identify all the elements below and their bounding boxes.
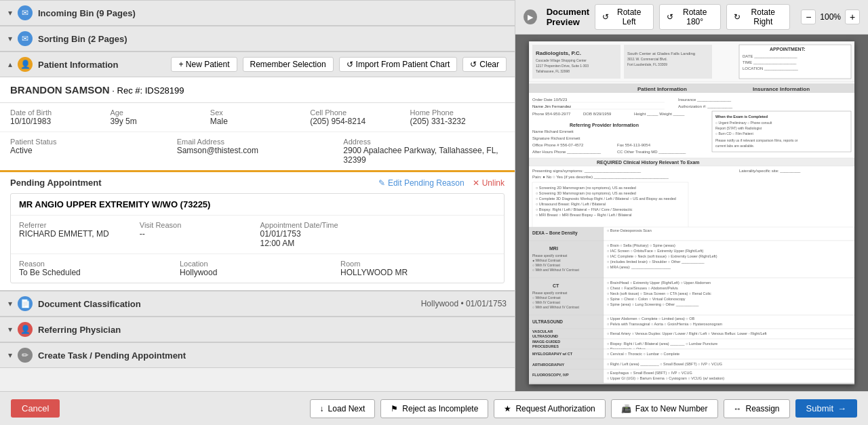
patient-info-actions: + New Patient Remember Selection ↺ Impor… [171,57,507,72]
incoming-bin-icon: ✉ [18,5,33,20]
svg-text:○ Neck (soft tissue) ○ Sinus S: ○ Neck (soft tissue) ○ Sinus Screen ○ CT… [607,291,711,296]
svg-text:○ IAC Complete ○ Neck (soft ti: ○ IAC Complete ○ Neck (soft tissue) ○ Ex… [607,254,717,258]
svg-text:Report (STAT) with Radiologist: Report (STAT) with Radiologist [715,126,762,130]
svg-text:Laterality/specific site: ____: Laterality/specific site: _________ [739,169,801,173]
svg-text:Phone 954-950-2977: Phone 954-950-2977 [532,112,571,116]
svg-text:○ Cervical ○ Thoracic ○ Lumbar: ○ Cervical ○ Thoracic ○ Lumbar ○ Complet… [607,352,679,356]
doc-classification-badge: Hollywood • 01/01/1753 [421,299,507,308]
clear-button[interactable]: ↺ Clear [462,57,507,72]
sorting-bin-chevron: ▾ [8,34,12,43]
svg-text:Patient Information: Patient Information [637,86,687,92]
svg-text:○ Chest ○ Face/Sinuses ○ Abdom: ○ Chest ○ Face/Sinuses ○ Abdomen/Pelvis [607,286,678,290]
sorting-bin-header[interactable]: ▾ ✉ Sorting Bin (2 Pages) [0,26,515,52]
svg-text:○ Brain ○ Sella (Pituitary) ○ : ○ Brain ○ Sella (Pituitary) ○ Spine (are… [607,243,675,247]
svg-text:○ Renal Artery ○ Venous Duplex: ○ Renal Artery ○ Venous Duplex: Upper / … [607,331,767,336]
svg-text:○ With and Without IV Contrast: ○ With and Without IV Contrast [532,305,579,309]
svg-text:CT: CT [553,283,559,288]
fax-to-new-number-button[interactable]: 📠 Fax to New Number [611,399,718,418]
import-from-chart-button[interactable]: ↺ Import From Patient Chart [339,57,458,72]
svg-text:Insurance Information: Insurance Information [753,86,810,92]
svg-text:Name Richard Emmett: Name Richard Emmett [532,129,574,134]
svg-text:Tallahassee, FL 32998: Tallahassee, FL 32998 [536,69,570,73]
svg-text:○ Upper GI (UGI) ○ Barium Enem: ○ Upper GI (UGI) ○ Barium Enema ○ Cystog… [607,376,724,380]
doc-classification-chevron: ▾ [8,299,12,308]
incoming-bin-chevron: ▾ [8,8,12,18]
sorting-bin-title: Sorting Bin (2 Pages) [38,34,507,44]
svg-text:ULTRASOUND: ULTRASOUND [532,334,558,338]
patient-name-row: BRANDON SAMSON · Rec #: IDS28199 [0,77,515,103]
svg-text:○ With IV Contrast: ○ With IV Contrast [532,263,560,267]
svg-text:Referring Provider Information: Referring Provider Information [570,123,639,128]
incoming-bin-title: Incoming Bin (9 Pages) [38,8,507,18]
submit-arrow-icon: → [837,403,846,413]
referring-physician-icon: 👤 [18,322,33,337]
submit-button[interactable]: Submit → [795,399,857,418]
zoom-in-button[interactable]: + [845,9,860,24]
svg-text:Please specify contrast: Please specify contrast [532,291,568,295]
svg-text:Insurance _______________: Insurance _______________ [678,98,732,102]
create-task-icon: ✏ [18,348,33,363]
svg-text:○ With IV Contrast: ○ With IV Contrast [532,300,560,304]
rotate-left-button[interactable]: ↺ Rotate Left [595,4,654,30]
request-authorization-button[interactable]: ★ Request Authorization [494,399,605,418]
reject-icon: ⚑ [391,404,398,413]
rotate-180-icon: ↺ [667,12,673,22]
cancel-button[interactable]: Cancel [11,399,60,418]
zoom-out-button[interactable]: − [801,9,816,24]
referring-physician-header[interactable]: ▾ 👤 Referring Physician [0,317,515,342]
svg-text:Authorization #: ___________: Authorization #: ___________ [678,104,733,108]
patient-email: Email Address Samson@thistest.com [177,138,338,165]
svg-text:FLUOROSCOPY, IVP: FLUOROSCOPY, IVP [532,373,569,377]
svg-text:CC Other Treating MD _________: CC Other Treating MD ____________ [617,150,686,154]
svg-text:Name Jim Fernandez: Name Jim Fernandez [532,104,571,108]
pending-appointment-title: Pending Appointment [10,178,102,188]
svg-text:○ Spine (area) ○ Lung Screenin: ○ Spine (area) ○ Lung Screening ○ Other … [607,302,699,306]
svg-text:IMAGE-GUIDED: IMAGE-GUIDED [532,340,560,344]
appt-visit-reason: Visit Reason -- [140,221,255,248]
patient-info-title: Patient Information [38,60,171,70]
sorting-bin-icon: ✉ [18,31,33,46]
create-task-header[interactable]: ▾ ✏ Create Task / Pending Appointment [0,342,515,368]
svg-text:3011 W. Commercial Blvd.: 3011 W. Commercial Blvd. [627,57,667,61]
new-patient-button[interactable]: + New Patient [171,57,237,72]
doc-classification-header[interactable]: ▾ 📄 Document Classification Hollywood • … [0,291,515,317]
patient-info-chevron: ▴ [8,60,12,69]
appointment-card: MR ANGIO UPPER EXTREMITY W/WO (73225) Re… [10,193,505,283]
svg-text:Fax 554-113-9054: Fax 554-113-9054 [617,143,651,147]
remember-selection-button[interactable]: Remember Selection [243,57,334,72]
patient-dob: Date of Birth 10/10/1983 [10,108,104,126]
import-icon: ↺ [347,60,353,69]
svg-text:Order Date 10/5/23: Order Date 10/5/23 [532,98,568,102]
reassign-button[interactable]: ↔ Reassign [724,399,790,418]
appt-referrer: Referrer RICHARD EMMETT, MD [19,221,134,248]
svg-text:TIME ___________________: TIME ___________________ [743,60,797,64]
pending-appointment-section: Pending Appointment ✎ Edit Pending Reaso… [0,172,515,291]
patient-address: Address 2900 Apalachee Parkway, Tallahas… [343,138,505,165]
svg-text:Fort Lauderdale, FL 33309: Fort Lauderdale, FL 33309 [627,62,667,66]
load-next-button[interactable]: ↓ Load Next [310,399,376,418]
svg-text:MRI: MRI [549,246,558,251]
svg-rect-7 [624,45,712,79]
svg-text:○ Urgent Preliminary ○ Phone c: ○ Urgent Preliminary ○ Phone consult [715,121,772,125]
pending-appointment-header: Pending Appointment ✎ Edit Pending Reaso… [0,172,515,193]
rotate-180-button[interactable]: ↺ Rotate 180° [659,4,721,30]
svg-text:○ With and Without IV Contrast: ○ With and Without IV Contrast [532,268,579,272]
load-next-icon: ↓ [320,404,324,413]
svg-text:○ Biopsy: Right / Left / Bilat: ○ Biopsy: Right / Left / Bilateral (area… [607,342,717,346]
zoom-level: 100% [820,12,841,22]
incoming-bin-header[interactable]: ▾ ✉ Incoming Bin (9 Pages) [0,0,515,26]
appointment-name: MR ANGIO UPPER EXTREMITY W/WO (73225) [11,194,504,216]
unlink-button[interactable]: ✕ Unlink [473,178,505,188]
rotate-right-button[interactable]: ↻ Rotate Right [726,4,790,30]
svg-text:current labs are available.: current labs are available. [715,144,754,148]
svg-text:When the Exam is Completed: When the Exam is Completed [715,115,768,119]
patient-info-header[interactable]: ▴ 👤 Patient Information + New Patient Re… [0,52,515,77]
svg-text:Radiologists, P.C.: Radiologists, P.C. [536,50,581,56]
zoom-controls: − 100% + [801,9,860,24]
doc-preview-icon: ▶ [524,9,537,24]
edit-icon: ✎ [378,178,385,188]
svg-text:○ Brain/Head ○ Extremity Upper: ○ Brain/Head ○ Extremity Upper (Right/Le… [607,281,711,285]
reject-button[interactable]: ⚑ Reject as Incomplete [380,399,488,418]
svg-text:○ Esophagus ○ Small Bowel (SBF: ○ Esophagus ○ Small Bowel (SBFT) ○ IVP ○… [607,371,692,375]
edit-pending-reason-button[interactable]: ✎ Edit Pending Reason [378,178,465,188]
